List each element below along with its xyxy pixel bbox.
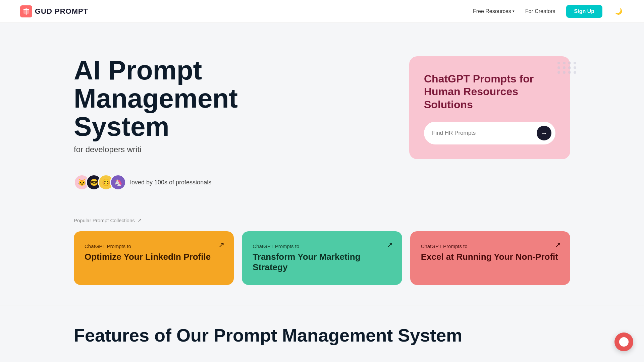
signup-button[interactable]: Sign Up bbox=[566, 5, 602, 18]
hero-right: ChatGPT Prompts for Human Resources Solu… bbox=[409, 56, 570, 159]
search-button[interactable]: → bbox=[537, 126, 551, 140]
dark-mode-toggle[interactable]: 🌙 bbox=[613, 6, 624, 17]
features-title: Features of Our Prompt Management System bbox=[74, 325, 570, 345]
card-title: Excel at Running Your Non-Profit bbox=[421, 252, 559, 262]
for-creators-link[interactable]: For Creators bbox=[525, 8, 555, 14]
card-title: ChatGPT Prompts for Human Resources Solu… bbox=[424, 72, 555, 111]
arrow-up-icon: ↗ bbox=[138, 217, 142, 223]
arrow-right-icon: → bbox=[541, 129, 547, 137]
card-prefix: ChatGPT Prompts to bbox=[421, 243, 559, 249]
hero-subtitle: for developers writi bbox=[74, 145, 309, 154]
collection-card-marketing[interactable]: ChatGPT Prompts to Transform Your Market… bbox=[242, 231, 402, 285]
collection-card-nonprofit[interactable]: ChatGPT Prompts to Excel at Running Your… bbox=[410, 231, 570, 285]
hero-card: ChatGPT Prompts for Human Resources Solu… bbox=[409, 56, 570, 159]
external-link-icon: ↗ bbox=[555, 241, 561, 249]
hero-left: AI Prompt Management System for develope… bbox=[74, 56, 309, 190]
collections-label: Popular Prompt Collections ↗ bbox=[74, 217, 570, 223]
collection-card-linkedin[interactable]: ChatGPT Prompts to Optimize Your LinkedI… bbox=[74, 231, 234, 285]
chat-bubble-button[interactable] bbox=[614, 333, 633, 351]
nav-right: Free Resources ▾ For Creators Sign Up 🌙 bbox=[473, 5, 624, 18]
chevron-down-icon: ▾ bbox=[513, 9, 515, 13]
dots-decoration bbox=[557, 62, 577, 74]
external-link-icon: ↗ bbox=[387, 241, 393, 249]
free-resources-link[interactable]: Free Resources ▾ bbox=[473, 8, 515, 14]
external-link-icon: ↗ bbox=[218, 241, 224, 249]
collections-grid: ChatGPT Prompts to Optimize Your LinkedI… bbox=[74, 231, 570, 285]
hero-title: AI Prompt Management System bbox=[74, 56, 309, 141]
search-bar: → bbox=[424, 122, 555, 144]
card-title: Transform Your Marketing Strategy bbox=[253, 252, 391, 273]
logo-icon bbox=[20, 5, 32, 17]
card-prefix: ChatGPT Prompts to bbox=[253, 243, 391, 249]
collections-section: Popular Prompt Collections ↗ ChatGPT Pro… bbox=[0, 217, 644, 305]
logo[interactable]: GUD PROMPT bbox=[20, 5, 88, 17]
avatar: 🦄 bbox=[110, 174, 126, 190]
avatars-group: 😺 😎 😊 🦄 loved by 100s of professionals bbox=[74, 174, 309, 190]
navbar: GUD PROMPT Free Resources ▾ For Creators… bbox=[0, 0, 644, 23]
hero-section: AI Prompt Management System for develope… bbox=[0, 23, 644, 217]
loved-text: loved by 100s of professionals bbox=[130, 179, 211, 186]
card-prefix: ChatGPT Prompts to bbox=[85, 243, 223, 249]
features-section: Features of Our Prompt Management System bbox=[0, 305, 644, 345]
card-title: Optimize Your LinkedIn Profile bbox=[85, 252, 223, 262]
search-input[interactable] bbox=[432, 130, 533, 136]
chat-icon bbox=[619, 337, 629, 347]
